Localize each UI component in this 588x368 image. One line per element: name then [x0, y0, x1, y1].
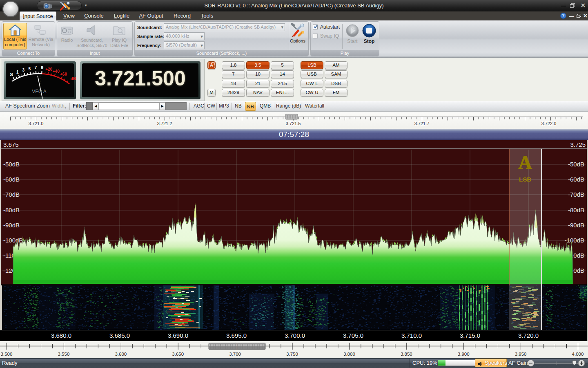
svg-text:dB: dB	[71, 76, 76, 81]
svg-text:7: 7	[34, 65, 37, 70]
svg-text:-60dB: -60dB	[3, 176, 20, 183]
svg-text:3.550: 3.550	[58, 352, 70, 357]
svg-text:-70dB: -70dB	[568, 191, 584, 198]
svg-text:3.725: 3.725	[570, 141, 586, 148]
svg-text:3.690.0: 3.690.0	[168, 332, 188, 339]
svg-text:3.675: 3.675	[3, 141, 19, 148]
svg-text:+40: +40	[53, 69, 60, 74]
svg-text:3: 3	[22, 68, 24, 72]
svg-text:-80dB: -80dB	[568, 206, 584, 213]
svg-text:3.600: 3.600	[115, 352, 127, 357]
svg-text:3.680.0: 3.680.0	[51, 332, 71, 339]
svg-text:3.850: 3.850	[401, 352, 412, 357]
svg-text:3.715.0: 3.715.0	[460, 332, 480, 339]
svg-text:3.685.0: 3.685.0	[109, 332, 130, 339]
svg-text:-80dB: -80dB	[3, 206, 20, 213]
svg-text:3.500: 3.500	[1, 352, 13, 357]
svg-text:+20: +20	[45, 67, 52, 72]
svg-text:5: 5	[29, 67, 31, 71]
svg-text:-60dB: -60dB	[568, 176, 584, 183]
svg-text:A: A	[518, 152, 532, 173]
svg-text:S: S	[10, 72, 13, 77]
svg-text:3.710.0: 3.710.0	[401, 332, 422, 339]
svg-text:LSB: LSB	[519, 176, 531, 183]
svg-text:3.700.0: 3.700.0	[285, 332, 305, 339]
svg-text:9: 9	[41, 65, 43, 70]
svg-text:?: ?	[562, 13, 564, 18]
svg-text:-90dB: -90dB	[568, 222, 584, 229]
svg-text:3.700: 3.700	[229, 352, 241, 357]
svg-text:3.695.0: 3.695.0	[226, 332, 247, 339]
svg-text:3.800: 3.800	[343, 352, 355, 357]
svg-text:-90dB: -90dB	[3, 222, 20, 229]
svg-text:-70dB: -70dB	[3, 191, 20, 198]
svg-text:3.650: 3.650	[172, 352, 184, 357]
svg-text:+60: +60	[60, 72, 67, 76]
svg-text:3.721.0: 3.721.0	[29, 121, 44, 126]
svg-text:3.750: 3.750	[286, 352, 298, 357]
svg-text:-100dB: -100dB	[3, 237, 23, 244]
svg-text:-100dB: -100dB	[565, 237, 584, 244]
svg-text:1: 1	[16, 70, 19, 74]
svg-text:3.950: 3.950	[515, 352, 527, 357]
svg-text:3.721.5: 3.721.5	[286, 121, 301, 126]
svg-text:3.722.0: 3.722.0	[541, 121, 557, 126]
svg-text:3.720.0: 3.720.0	[518, 332, 539, 339]
svg-text:3.705.0: 3.705.0	[343, 332, 363, 339]
svg-text:3.721.7: 3.721.7	[414, 121, 430, 126]
svg-text:3.900: 3.900	[458, 352, 470, 357]
svg-text:-50dB: -50dB	[3, 161, 20, 168]
svg-text:VFO A: VFO A	[32, 89, 46, 94]
svg-text:-50dB: -50dB	[568, 161, 584, 168]
svg-text:4.000: 4.000	[572, 352, 584, 357]
svg-text:3.721.2: 3.721.2	[157, 121, 172, 126]
